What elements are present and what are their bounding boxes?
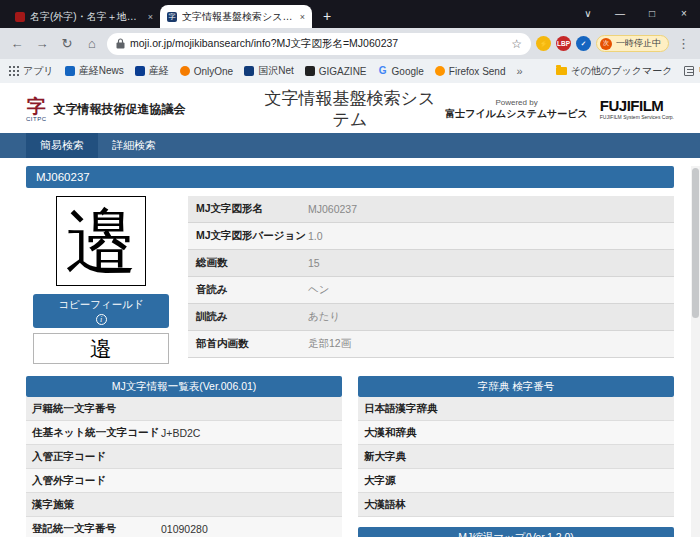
browser-window: 名字(外字)・名字＋地名辞書総合 × 字 文字情報基盤検索システム × + ∨ … (0, 0, 700, 537)
result-id-header: MJ060237 (26, 166, 674, 188)
bookmark-item[interactable]: 国沢Net (244, 64, 294, 78)
apps-shortcut[interactable]: アプリ (9, 64, 54, 78)
org-logo-block[interactable]: 字 CITPC 文字情報技術促進協議会 (26, 97, 258, 122)
tab-inactive[interactable]: 名字(外字)・名字＋地名辞書総合 × (8, 5, 160, 28)
page-scrollbar[interactable] (691, 166, 700, 537)
bookmark-item[interactable]: 産経News (65, 64, 124, 78)
row-value: J+BD2C (161, 427, 200, 439)
other-bookmarks[interactable]: その他のブックマーク (556, 64, 673, 78)
table-row: 大字源 (358, 469, 674, 493)
bottom-panels: MJ文字情報一覧表(Ver.006.01) 戸籍統一文字番号 住基ネット統一文字… (26, 376, 674, 537)
extension-bolt-icon[interactable]: ⚡ (536, 36, 551, 51)
table-row: 部首内画数 辵部12画 (188, 331, 674, 358)
info-icon[interactable]: i (96, 314, 107, 325)
table-row: MJ文字図形バージョン 1.0 (188, 223, 674, 250)
panel-body: 日本語漢字辞典 大漢和辞典 新大字典 大字源 大漢語林 (358, 397, 674, 517)
row-label: 住基ネット統一文字コード (26, 426, 161, 440)
bookmark-favicon (305, 66, 315, 76)
extension-lbp-icon[interactable]: LBP (556, 36, 571, 51)
extension-pause-icon: 次 (600, 38, 612, 50)
scrollbar-thumb[interactable] (692, 168, 699, 318)
table-row: 大漢語林 (358, 493, 674, 517)
bookmark-label: 国沢Net (258, 64, 294, 78)
forward-icon[interactable]: → (32, 34, 52, 54)
shukutai-map-header: MJ縮退マップ(Ver.1.2.0) (358, 527, 674, 537)
powered-by-company: 富士フイルムシステムサービス (445, 108, 588, 121)
extension-check-icon[interactable]: ✓ (576, 36, 591, 51)
table-row: 訓読み あたり (188, 304, 674, 331)
table-row: 総画数 15 (188, 250, 674, 277)
reload-icon[interactable]: ↻ (57, 34, 77, 54)
row-label: 部首内画数 (188, 337, 308, 351)
row-label: MJ文字図形名 (188, 202, 308, 216)
tab2-favicon: 字 (167, 12, 177, 22)
bookmarks-overflow-icon[interactable]: » (517, 65, 523, 77)
row-label: 日本語漢字辞典 (358, 402, 493, 416)
tab-active[interactable]: 字 文字情報基盤検索システム × (160, 5, 312, 28)
row-label: 総画数 (188, 256, 308, 270)
page-viewport: 字 CITPC 文字情報技術促進協議会 文字情報基盤検索システム Powered… (0, 83, 700, 537)
row-value: 01090280 (161, 523, 208, 535)
nav-simple-search[interactable]: 簡易検索 (26, 133, 98, 158)
new-tab-button[interactable]: + (316, 5, 338, 27)
bookmark-favicon (65, 66, 75, 76)
extension-paused-badge[interactable]: 次 一時停止中 (596, 35, 669, 52)
reading-list[interactable]: リーディング リスト (684, 64, 700, 78)
tab-close-icon[interactable]: × (148, 12, 153, 22)
bookmark-label: OnlyOne (194, 66, 233, 77)
bookmark-item[interactable]: GIGAZINE (305, 66, 367, 77)
row-value: 1.0 (308, 230, 323, 242)
home-icon[interactable]: ⌂ (82, 34, 102, 54)
panel-header: MJ文字情報一覧表(Ver.006.01) (26, 376, 342, 397)
panel-header: 字辞典 検字番号 (358, 376, 674, 397)
citpc-logo-icon: 字 CITPC (26, 97, 47, 122)
tab-search-icon[interactable]: ∨ (572, 0, 604, 26)
row-value: 15 (308, 257, 320, 269)
powered-by-block: Powered by 富士フイルムシステムサービス (445, 98, 588, 121)
panel-body: 戸籍統一文字番号 住基ネット統一文字コード J+BD2C 入管正字コード (26, 397, 342, 537)
bookmark-label: 産経 (149, 64, 169, 78)
copy-field-box[interactable]: 邉 (33, 333, 169, 364)
google-icon: G (378, 66, 388, 76)
glyph-column: 邉 コピーフィールド i 邉 (26, 196, 176, 364)
row-label: 入管外字コード (26, 474, 161, 488)
row-label: 戸籍統一文字番号 (26, 402, 161, 416)
copy-field-button[interactable]: コピーフィールド i (33, 294, 169, 328)
row-label: 訓読み (188, 310, 308, 324)
row-label: 漢字施策 (26, 498, 161, 512)
titlebar: 名字(外字)・名字＋地名辞書総合 × 字 文字情報基盤検索システム × + ∨ … (0, 0, 700, 28)
content: MJ060237 邉 コピーフィールド i 邉 MJ文 (0, 158, 700, 537)
bookmark-label: GIGAZINE (319, 66, 367, 77)
close-button[interactable]: × (668, 0, 700, 26)
bookmark-item[interactable]: Firefox Send (435, 66, 506, 77)
back-icon[interactable]: ← (7, 34, 27, 54)
table-row: 日本語漢字辞典 (358, 397, 674, 421)
row-label: 登記統一文字番号 (26, 522, 161, 536)
table-row: 入管外字コード (26, 469, 342, 493)
page-title: 文字情報基盤検索システム (258, 88, 443, 131)
main-row: 邉 コピーフィールド i 邉 MJ文字図形名 MJ060237 (26, 196, 674, 364)
bookmark-star-icon[interactable]: ☆ (511, 37, 522, 51)
row-value: あたり (308, 310, 340, 324)
tab-close-icon[interactable]: × (300, 12, 305, 22)
row-label: 入管正字コード (26, 450, 161, 464)
nav-detail-search[interactable]: 詳細検索 (98, 133, 170, 158)
citpc-logo-sub: CITPC (26, 116, 47, 122)
table-row: 大漢和辞典 (358, 421, 674, 445)
bookmark-item[interactable]: OnlyOne (180, 66, 233, 77)
maximize-button[interactable]: □ (636, 0, 668, 26)
tab-title: 文字情報基盤検索システム (182, 10, 295, 24)
table-row: 登記統一文字番号 01090280 (26, 517, 342, 537)
fujifilm-subtext: FUJIFILM System Services Corp. (600, 115, 674, 121)
bookmark-item[interactable]: 産経 (135, 64, 169, 78)
bookmark-label: 産経News (79, 64, 124, 78)
row-value: 辵部12画 (308, 337, 351, 351)
address-bar[interactable]: moji.or.jp/mojikibansearch/info?MJ文字図形名=… (107, 33, 531, 55)
copy-field-label: コピーフィールド (58, 298, 143, 312)
minimize-button[interactable]: — (604, 0, 636, 26)
citpc-logo-glyph: 字 (27, 97, 46, 116)
browser-menu-icon[interactable]: ⋮ (674, 36, 693, 51)
site-header: 字 CITPC 文字情報技術促進協議会 文字情報基盤検索システム Powered… (0, 83, 700, 133)
org-name: 文字情報技術促進協議会 (54, 101, 186, 118)
bookmark-item[interactable]: G Google (378, 66, 424, 77)
